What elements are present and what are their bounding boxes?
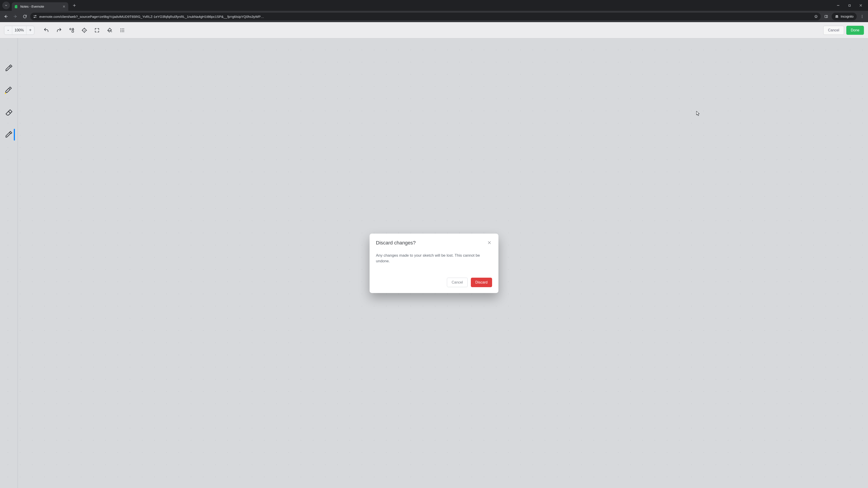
close-icon [63,5,65,8]
paint-bucket-icon [107,27,113,33]
browser-tab-title: Notes - Evernote [20,5,60,8]
dialog-title: Discard changes? [376,240,416,246]
zoom-value[interactable]: 100% [12,26,26,35]
window-maximize-button[interactable] [846,2,852,8]
svg-point-16 [123,28,124,29]
browser-tab[interactable]: Notes - Evernote [12,2,68,11]
browser-chrome: Notes - Evernote [0,0,868,22]
svg-point-17 [121,30,121,31]
browser-menu-button[interactable] [858,12,866,21]
shapes-button[interactable] [68,26,75,34]
reload-icon [23,14,27,19]
stylus-icon [5,131,13,138]
svg-rect-3 [825,15,828,18]
expand-icon [94,28,100,33]
tab-strip: Notes - Evernote [0,0,868,11]
svg-point-6 [862,15,863,15]
toolbar-actions [42,26,126,34]
grid-dots-icon [120,28,125,33]
omnibar: evernote.com/client/web?_sourcePage=ze9b… [0,11,868,22]
active-tool-indicator [14,129,15,140]
sketch-canvas-area[interactable]: Discard changes? Any changes made to you… [0,38,868,488]
pen-icon [5,64,13,72]
fill-button[interactable] [106,26,114,34]
dialog-discard-button[interactable]: Discard [471,278,492,287]
stylus-tool[interactable] [4,130,13,139]
close-icon [487,240,491,245]
svg-point-13 [111,31,112,32]
plus-icon [72,4,76,7]
undo-button[interactable] [42,26,50,34]
bookmark-button[interactable] [814,14,818,19]
kebab-icon [860,14,864,19]
url-text: evernote.com/client/web?_sourcePage=ze9b… [39,15,812,19]
zoom-in-button[interactable]: + [26,26,34,35]
dialog-close-button[interactable] [487,240,492,246]
nav-back-button[interactable] [2,12,10,21]
svg-rect-0 [848,4,850,6]
window-minimize-button[interactable] [835,2,841,8]
site-settings-button[interactable] [33,14,37,19]
new-tab-button[interactable] [71,2,78,9]
shapes-icon [69,27,74,33]
crosshair-button[interactable] [81,26,88,34]
eraser-tool[interactable] [4,107,13,117]
minimize-icon [837,4,840,7]
svg-point-19 [123,30,124,31]
tune-icon [33,14,37,19]
svg-point-15 [122,28,123,29]
crosshair-icon [81,27,87,33]
redo-icon [56,27,62,33]
address-bar[interactable]: evernote.com/client/web?_sourcePage=ze9b… [30,13,821,20]
svg-point-22 [123,31,124,32]
sketch-toolbar: - 100% + Cancel Done [0,22,868,38]
window-controls [831,0,868,11]
expand-button[interactable] [93,26,101,34]
svg-point-7 [862,16,863,17]
svg-point-9 [70,28,71,30]
nav-forward-button[interactable] [11,12,20,21]
tab-search-button[interactable] [2,2,10,9]
close-icon [859,4,862,7]
svg-point-14 [121,28,121,29]
highlighter-icon [5,86,13,94]
pen-tool[interactable] [4,63,13,73]
dialog-cancel-button[interactable]: Cancel [447,278,468,287]
cursor-icon [696,111,700,116]
svg-point-12 [84,30,85,31]
incognito-icon [835,14,839,19]
dialog-body: Any changes made to your sketch will be … [376,253,482,264]
nav-reload-button[interactable] [21,12,29,21]
highlighter-color-dot [5,93,6,94]
maximize-icon [848,4,851,7]
incognito-indicator[interactable]: Incognito [832,13,857,20]
mouse-cursor [696,111,700,116]
chevron-down-icon [4,4,8,7]
redo-button[interactable] [55,26,63,34]
incognito-label: Incognito [841,15,854,18]
svg-point-5 [837,17,838,18]
highlighter-tool[interactable] [4,86,13,95]
svg-point-21 [122,31,123,32]
discard-changes-dialog: Discard changes? Any changes made to you… [370,234,498,293]
svg-point-18 [122,30,123,31]
done-button[interactable]: Done [846,26,864,35]
side-panel-button[interactable] [822,12,830,21]
star-icon [814,14,818,19]
tab-close-button[interactable] [62,4,66,8]
svg-point-4 [836,17,837,18]
cancel-button[interactable]: Cancel [823,26,844,35]
evernote-favicon-icon [14,4,18,8]
svg-rect-10 [72,31,74,32]
panel-icon [824,14,828,19]
svg-point-1 [35,15,36,16]
arrow-left-icon [4,14,8,19]
vertical-guide [18,38,18,488]
window-close-button[interactable] [858,2,864,8]
eraser-icon [5,108,13,116]
undo-icon [43,27,49,33]
grid-button[interactable] [119,26,126,34]
arrow-right-icon [13,14,18,19]
zoom-out-button[interactable]: - [4,26,12,35]
svg-point-20 [121,31,121,32]
